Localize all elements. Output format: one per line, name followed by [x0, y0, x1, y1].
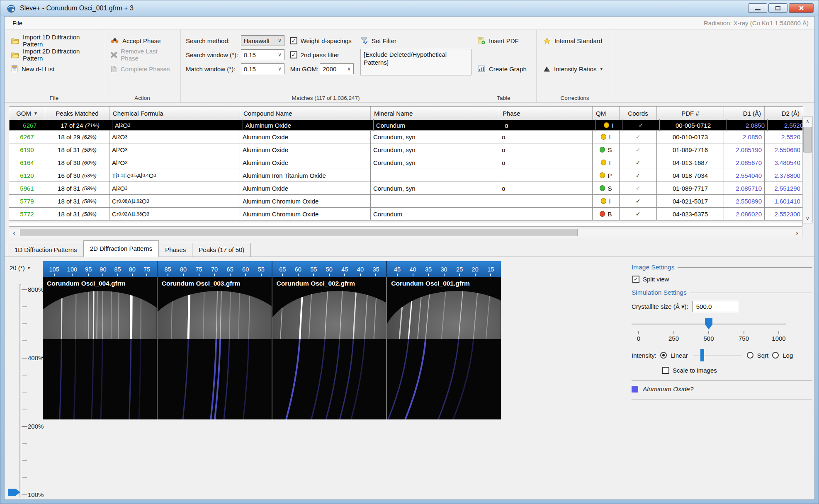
diffraction-image: [43, 277, 157, 419]
create-graph-button[interactable]: Create Graph: [476, 63, 532, 75]
diffraction-panel[interactable]: Corundum Osci_001.gfrm: [386, 277, 501, 419]
zoom-major-tick: [22, 426, 27, 427]
column-header-gom[interactable]: GOM▼: [9, 107, 45, 120]
vscroll-thumb[interactable]: [803, 127, 812, 153]
set-filter-button[interactable]: Set Filter: [360, 35, 467, 46]
qm-status-dot: [604, 122, 609, 128]
insert-pdf-button[interactable]: Insert PDF: [476, 35, 532, 46]
vscroll-track[interactable]: [803, 126, 812, 214]
crystallite-size-input[interactable]: [693, 301, 738, 312]
page-icon: [111, 65, 117, 73]
intensity-sqrt-radio[interactable]: [747, 352, 753, 359]
intensity-ratios-button[interactable]: Intensity Ratios ▾: [542, 63, 609, 75]
chemical-formula-cell: Al2O3: [109, 131, 240, 143]
qm-cell: B: [593, 208, 620, 220]
column-header-coords[interactable]: Coords: [620, 107, 657, 120]
scroll-up-arrow[interactable]: ∧: [803, 117, 812, 126]
table-row[interactable]: 619018 of 31(58%)Al2O3Aluminum OxideCoru…: [9, 143, 809, 156]
maximize-button[interactable]: [768, 3, 787, 13]
import-1d-pattern-button[interactable]: Import 1D Diffraction Pattern: [10, 35, 100, 46]
image-settings-label: Image Settings: [632, 264, 674, 271]
import-2d-pattern-button[interactable]: Import 2D Diffraction Pattern: [10, 49, 100, 61]
column-header-compound-name[interactable]: Compound Name: [240, 107, 371, 120]
table-row[interactable]: 577918 of 31(58%)Cr0.08Al1.92O3Aluminum …: [9, 195, 809, 208]
zoom-thumb[interactable]: [8, 489, 20, 496]
diffraction-image: [387, 277, 501, 419]
toolbar-label: Intensity Ratios: [554, 65, 597, 73]
zoom-minor-tick: [22, 306, 27, 307]
ruler-tick: 60: [295, 266, 301, 276]
toolbar-group-search: Search method: Hanawalt ∨ Search window …: [181, 30, 471, 102]
table-row[interactable]: 616418 of 30(60%)Al2O3Aluminum OxideCoru…: [9, 156, 809, 169]
tab-2d-diffraction-patterns[interactable]: 2D Diffraction Patterns: [83, 240, 159, 257]
remove-last-phase-button[interactable]: Remove Last Phase: [109, 49, 176, 61]
close-button[interactable]: [789, 3, 814, 13]
size-tick: 250: [667, 331, 681, 342]
column-header-pdf[interactable]: PDF #: [657, 107, 724, 120]
diffraction-panel[interactable]: Corundum Osci_003.gfrm: [157, 277, 272, 419]
slider-thumb[interactable]: [705, 318, 712, 330]
hscroll-track[interactable]: [19, 228, 792, 237]
intensity-slider[interactable]: [693, 349, 741, 362]
complete-phases-button[interactable]: Complete Phases: [109, 63, 176, 75]
two-theta-ruler: 1051009590858075858075706560556560555045…: [43, 261, 501, 277]
mineral-name-cell: Corundum, syn: [371, 182, 499, 194]
column-header-phase[interactable]: Phase: [499, 107, 593, 120]
intensity-log-radio[interactable]: [772, 352, 779, 359]
min-gom-select[interactable]: 2000 ∨: [320, 63, 354, 74]
ruler-tick: 20: [472, 266, 479, 276]
intensity-slider-thumb[interactable]: [700, 349, 704, 361]
accept-phase-button[interactable]: Accept Phase: [109, 35, 176, 46]
table-hscrollbar[interactable]: ‹ ›: [9, 228, 802, 237]
minimize-button[interactable]: [748, 3, 767, 13]
new-di-list-button[interactable]: New d-I List: [10, 63, 100, 75]
column-header-qm[interactable]: QM: [593, 107, 620, 120]
group-caption: Corrections: [537, 95, 613, 101]
table-row[interactable]: 626718 of 29(62%)Al2O3Aluminum OxideCoru…: [9, 131, 809, 143]
2nd-pass-filter-checkbox[interactable]: ✓: [290, 51, 297, 58]
weight-dspacings-checkbox[interactable]: ✓: [290, 37, 297, 44]
tab-peaks[interactable]: Peaks (17 of 50): [192, 243, 251, 257]
column-label: Compound Name: [243, 110, 292, 117]
crystallite-size-slider[interactable]: [632, 317, 786, 330]
intensity-linear-radio[interactable]: [660, 352, 667, 359]
table-row[interactable]: 577218 of 31(58%)Cr0.02Al1.98O3Aluminum …: [9, 208, 809, 220]
tab-phases[interactable]: Phases: [158, 243, 192, 257]
titlebar: Sleve+ - Corundum Osci_001.gfrm + 3: [0, 0, 819, 16]
zoom-scale-slider[interactable]: 800%400%200%100%: [5, 282, 43, 504]
table-vscrollbar[interactable]: ∧ ∨: [802, 116, 813, 223]
zoom-scale-label: 200%: [28, 423, 44, 430]
column-header-d1[interactable]: D1 (Å): [724, 107, 765, 120]
search-window-select[interactable]: 0.15 ∨: [241, 49, 284, 60]
scroll-left-arrow[interactable]: ‹: [9, 228, 19, 237]
theta-axis-dropdown[interactable]: 2θ (°) ▾: [10, 264, 30, 271]
menu-file[interactable]: File: [10, 17, 25, 30]
intensity-linear-label: Linear: [671, 352, 688, 359]
table-row[interactable]: 612016 of 30(53%)Ti1.1Fe0.5Al0.4O3Alumin…: [9, 169, 809, 182]
column-header-mineral-name[interactable]: Mineral Name: [371, 107, 499, 120]
column-header-peaks-matched[interactable]: Peaks Matched: [45, 107, 109, 120]
tab-1d-diffraction-patterns[interactable]: 1D Diffraction Patterns: [8, 243, 84, 257]
scroll-down-arrow[interactable]: ∨: [803, 214, 812, 223]
column-header-d2[interactable]: D2 (Å): [765, 107, 803, 120]
hscroll-thumb[interactable]: [20, 229, 578, 236]
diffraction-panel[interactable]: Corundum Osci_002.gfrm: [272, 277, 386, 419]
diffraction-panel[interactable]: Corundum Osci_004.gfrm: [43, 277, 157, 419]
table-row[interactable]: 626717 of 24(71%)Al2O3Aluminum OxideCoru…: [9, 120, 809, 131]
zoom-major-tick: [22, 494, 27, 495]
table-row[interactable]: 596118 of 31(58%)Al2O3Aluminum OxideCoru…: [9, 182, 809, 195]
ruler-tick: 105: [49, 266, 59, 276]
column-header-chemical-formula[interactable]: Chemical Formula: [109, 107, 240, 120]
peaks-matched-cell: 18 of 31(58%): [45, 208, 109, 220]
split-view-checkbox[interactable]: ✓: [632, 276, 639, 283]
min-gom-value: 2000: [323, 65, 336, 73]
column-label: Peaks Matched: [56, 110, 98, 117]
pdf-number-cell: 00-010-0173: [657, 131, 724, 143]
internal-standard-button[interactable]: Internal Standard: [542, 35, 609, 46]
ruler-tick: 90: [100, 266, 106, 276]
scroll-right-arrow[interactable]: ›: [792, 228, 802, 237]
match-window-select[interactable]: 0.15 ∨: [241, 63, 284, 74]
scale-to-images-checkbox[interactable]: [662, 367, 669, 374]
zoom-track[interactable]: [19, 284, 21, 497]
search-method-select[interactable]: Hanawalt ∨: [241, 35, 284, 46]
